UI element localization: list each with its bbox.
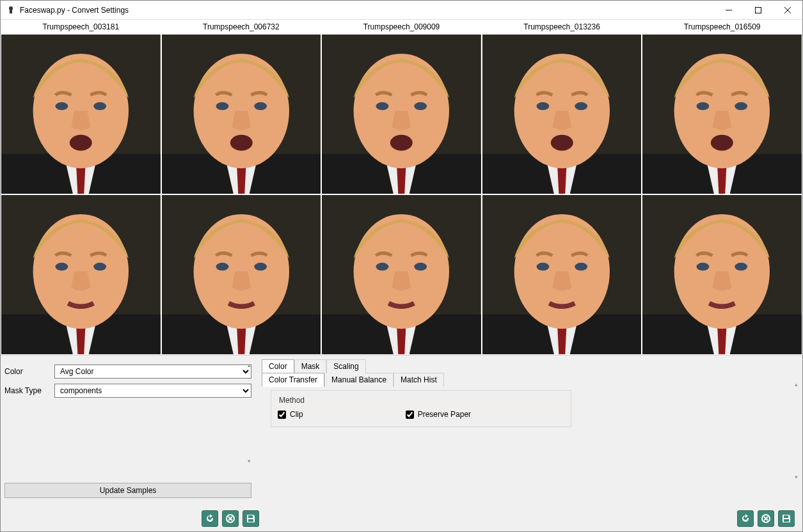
refresh-icon <box>205 513 215 524</box>
window-controls <box>714 1 802 20</box>
preview-thumb-swapped <box>321 194 482 355</box>
window-title: Faceswap.py - Convert Settings <box>20 6 714 15</box>
subtab-color-transfer[interactable]: Color Transfer <box>262 373 324 387</box>
refresh-button[interactable] <box>202 510 218 527</box>
svg-point-52 <box>93 263 106 270</box>
save-icon <box>246 513 256 524</box>
svg-point-66 <box>414 263 427 270</box>
tab-scaling[interactable]: Scaling <box>326 359 365 373</box>
color-select[interactable]: Avg Color <box>54 364 251 379</box>
svg-point-37 <box>551 135 573 151</box>
color-label: Color <box>4 367 54 376</box>
svg-point-80 <box>735 263 748 270</box>
preview-label: Trumpspeech_009009 <box>321 22 482 31</box>
update-samples-button[interactable]: Update Samples <box>4 483 251 498</box>
svg-point-18 <box>193 54 289 168</box>
scroll-up-icon[interactable]: ▴ <box>248 362 254 368</box>
cancel-icon <box>225 513 235 524</box>
preview-labels-row: Trumpspeech_003181 Trumpspeech_006732 Tr… <box>1 20 802 34</box>
subtab-match-hist[interactable]: Match Hist <box>394 373 444 387</box>
preview-area: Trumpspeech_003181 Trumpspeech_006732 Tr… <box>1 20 802 355</box>
clip-checkbox[interactable] <box>278 411 286 419</box>
tab-color[interactable]: Color <box>262 359 294 373</box>
clip-checkbox-wrap[interactable]: Clip <box>278 410 303 419</box>
maximize-button[interactable] <box>743 1 773 20</box>
svg-point-26 <box>354 54 449 168</box>
mask-type-select[interactable]: components <box>54 384 251 398</box>
svg-rect-90 <box>784 519 789 522</box>
tab-mask[interactable]: Mask <box>294 359 327 373</box>
svg-rect-89 <box>784 515 788 518</box>
svg-point-72 <box>536 263 549 270</box>
settings-area: Color Avg Color Mask Type components ▴ ▾… <box>1 355 802 506</box>
method-fieldset: Method Clip Preserve Paper <box>271 390 571 427</box>
cancel-button-right[interactable] <box>758 510 774 527</box>
subtab-manual-balance[interactable]: Manual Balance <box>324 373 394 387</box>
mask-type-label: Mask Type <box>4 386 54 395</box>
save-button-right[interactable] <box>778 510 795 527</box>
preview-grid <box>1 34 802 355</box>
svg-point-27 <box>376 102 389 110</box>
svg-rect-1 <box>10 10 12 13</box>
preview-thumb-swapped <box>1 194 161 355</box>
preview-thumb-original <box>161 34 322 194</box>
left-scrollbar[interactable]: ▴ ▾ <box>248 362 254 464</box>
svg-point-11 <box>55 102 68 110</box>
preserve-paper-checkbox-wrap[interactable]: Preserve Paper <box>406 410 471 419</box>
svg-point-58 <box>216 263 228 270</box>
svg-rect-85 <box>248 519 253 522</box>
svg-point-20 <box>254 102 267 110</box>
cancel-icon <box>761 513 771 524</box>
preview-thumb-swapped <box>642 194 802 355</box>
svg-point-35 <box>536 102 549 110</box>
cancel-button[interactable] <box>222 510 239 527</box>
svg-point-36 <box>575 102 587 110</box>
save-button[interactable] <box>242 510 259 527</box>
svg-point-28 <box>414 102 427 110</box>
preserve-paper-label: Preserve Paper <box>418 410 471 419</box>
scroll-up-icon[interactable]: ▴ <box>795 381 801 387</box>
scroll-down-icon[interactable]: ▾ <box>795 474 801 480</box>
close-button[interactable] <box>773 1 802 20</box>
svg-point-19 <box>216 102 228 110</box>
svg-rect-84 <box>248 515 253 518</box>
preview-label: Trumpspeech_016509 <box>642 22 802 31</box>
svg-point-79 <box>697 263 710 270</box>
svg-point-65 <box>376 263 389 270</box>
refresh-icon <box>740 513 751 524</box>
svg-point-10 <box>33 54 129 168</box>
save-icon <box>781 513 791 524</box>
svg-point-45 <box>711 135 733 151</box>
scroll-down-icon[interactable]: ▾ <box>248 458 254 464</box>
svg-point-51 <box>55 263 68 270</box>
svg-point-42 <box>674 54 770 168</box>
svg-point-43 <box>697 102 710 110</box>
right-panel: Color Mask Scaling Color Transfer Manual… <box>259 356 802 431</box>
svg-point-21 <box>230 135 252 151</box>
preview-thumb-original <box>1 34 161 194</box>
footer <box>1 506 802 531</box>
refresh-button-right[interactable] <box>737 510 754 527</box>
method-legend: Method <box>278 396 564 405</box>
preview-thumb-original <box>321 34 482 194</box>
preview-thumb-original <box>482 34 642 194</box>
preview-label: Trumpspeech_006732 <box>161 22 322 31</box>
preview-thumb-original <box>642 34 802 194</box>
right-scrollbar[interactable]: ▴ ▾ <box>795 381 801 480</box>
svg-point-29 <box>390 135 413 151</box>
preview-label: Trumpspeech_003181 <box>1 22 161 31</box>
preserve-paper-checkbox[interactable] <box>406 411 414 419</box>
app-icon <box>6 5 16 15</box>
preview-label: Trumpspeech_013236 <box>482 22 642 31</box>
svg-rect-3 <box>756 7 761 13</box>
titlebar: Faceswap.py - Convert Settings <box>1 1 802 20</box>
preview-thumb-swapped <box>482 194 642 355</box>
svg-point-59 <box>254 263 267 270</box>
svg-point-44 <box>735 102 748 110</box>
svg-point-12 <box>93 102 106 110</box>
svg-point-13 <box>70 135 92 151</box>
top-tabs: Color Mask Scaling <box>262 359 797 373</box>
preview-thumb-swapped <box>161 194 322 355</box>
minimize-button[interactable] <box>714 1 743 20</box>
clip-label: Clip <box>290 410 303 419</box>
